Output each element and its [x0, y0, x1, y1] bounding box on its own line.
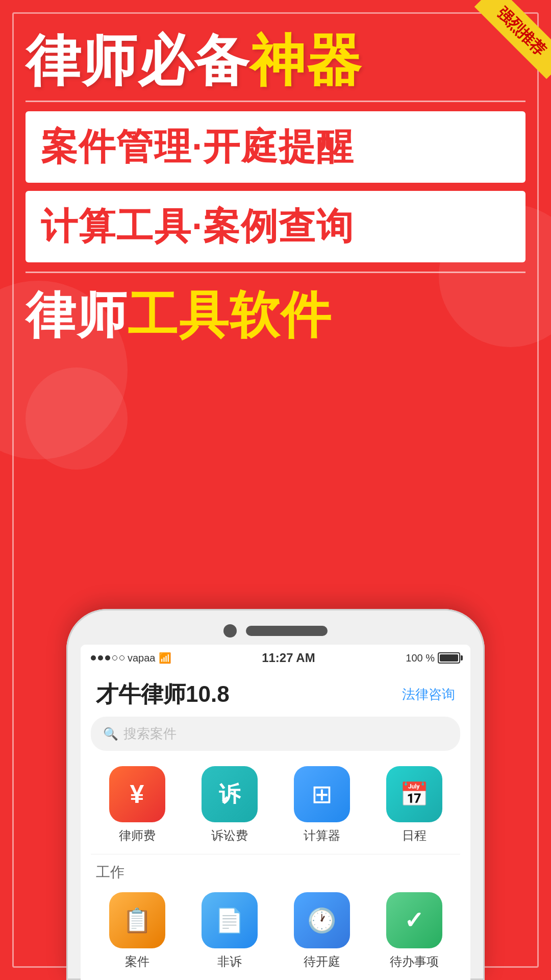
bg-circle-3 — [26, 368, 128, 470]
corner-badge-text: 强烈推荐 — [474, 0, 551, 79]
banner-1: 案件管理·开庭提醒 — [26, 111, 525, 183]
signal-dot-3 — [105, 655, 110, 660]
icon-item-todo[interactable]: ✓ 待办事项 — [386, 892, 442, 970]
search-icon: 🔍 — [103, 727, 118, 741]
phone-screen: vapaa 📶 11:27 AM 100 % 才牛律师10.8 法律咨询 🔍 — [81, 645, 470, 980]
headline-second-part2: 工具软件 — [128, 287, 332, 343]
divider-2 — [26, 272, 525, 273]
headline-main-part2: 神器 — [250, 30, 362, 91]
icon-box-non-litigation: 📄 — [202, 892, 258, 948]
status-bar-right: 100 % — [406, 652, 460, 664]
battery-percent: 100 % — [406, 652, 435, 664]
banner-1-text: 案件管理·开庭提醒 — [41, 122, 510, 172]
litigation-fee-label: 诉讼费 — [211, 827, 248, 844]
icon-item-lawyer-fee[interactable]: ¥ 律师费 — [109, 766, 165, 844]
pending-hearing-icon: 🕐 — [307, 906, 336, 934]
todo-label: 待办事项 — [390, 953, 439, 970]
headline-main: 律师必备神器 — [26, 31, 525, 91]
non-litigation-icon: 📄 — [215, 906, 244, 934]
icon-item-pending-hearing[interactable]: 🕐 待开庭 — [294, 892, 350, 970]
phone-mockup: vapaa 📶 11:27 AM 100 % 才牛律师10.8 法律咨询 🔍 — [66, 609, 485, 980]
todo-icon: ✓ — [404, 906, 424, 934]
icon-box-lawyer-fee: ¥ — [109, 766, 165, 822]
headline-second: 律师工具软件 — [26, 282, 525, 350]
search-placeholder-text: 搜索案件 — [123, 725, 177, 743]
schedule-label: 日程 — [402, 827, 427, 844]
icon-box-schedule: 📅 — [386, 766, 442, 822]
app-header: 才牛律师10.8 法律咨询 — [81, 669, 470, 717]
section-title: 工作 — [81, 854, 470, 887]
calculator-icon: ⊞ — [311, 779, 333, 809]
app-link[interactable]: 法律咨询 — [402, 685, 455, 703]
corner-badge: 强烈推荐 — [459, 0, 551, 92]
pending-hearing-label: 待开庭 — [304, 953, 340, 970]
icon-item-litigation-fee[interactable]: 诉 诉讼费 — [202, 766, 258, 844]
phone-top-elements — [81, 624, 470, 638]
carrier-label: vapaa — [128, 652, 156, 664]
work-icons-grid: 📋 案件 📄 非诉 🕐 待开庭 — [81, 887, 470, 980]
signal-dots — [91, 655, 124, 660]
headline-main-part1: 律师必备 — [26, 30, 250, 91]
icon-item-calculator[interactable]: ⊞ 计算器 — [294, 766, 350, 844]
icon-box-pending-hearing: 🕐 — [294, 892, 350, 948]
status-bar: vapaa 📶 11:27 AM 100 % — [81, 645, 470, 669]
app-title: 才牛律师10.8 — [96, 679, 230, 709]
banner-2-text: 计算工具·案例查询 — [41, 202, 510, 251]
case-icon: 📋 — [122, 906, 152, 934]
icon-box-todo: ✓ — [386, 892, 442, 948]
non-litigation-label: 非诉 — [217, 953, 242, 970]
banner-2: 计算工具·案例查询 — [26, 191, 525, 262]
icon-item-schedule[interactable]: 📅 日程 — [386, 766, 442, 844]
icon-box-litigation-fee: 诉 — [202, 766, 258, 822]
signal-dot-4 — [112, 655, 117, 660]
divider-1 — [26, 101, 525, 102]
status-bar-left: vapaa 📶 — [91, 652, 171, 664]
case-label: 案件 — [125, 953, 149, 970]
litigation-fee-icon: 诉 — [219, 780, 240, 808]
phone-speaker — [246, 626, 328, 636]
headline-second-part1: 律师 — [26, 287, 128, 343]
signal-dot-2 — [98, 655, 103, 660]
battery-fill — [440, 654, 458, 662]
icon-item-case[interactable]: 📋 案件 — [109, 892, 165, 970]
phone-outer-shell: vapaa 📶 11:27 AM 100 % 才牛律师10.8 法律咨询 🔍 — [66, 609, 485, 980]
phone-camera — [223, 624, 237, 638]
status-time: 11:27 AM — [262, 651, 315, 665]
signal-dot-1 — [91, 655, 96, 660]
icon-item-non-litigation[interactable]: 📄 非诉 — [202, 892, 258, 970]
lawyer-fee-label: 律师费 — [119, 827, 156, 844]
icon-box-calculator: ⊞ — [294, 766, 350, 822]
battery-icon — [438, 652, 460, 664]
lawyer-fee-icon: ¥ — [130, 779, 144, 809]
wifi-icon: 📶 — [159, 652, 171, 664]
signal-dot-5 — [119, 655, 124, 660]
calculator-label: 计算器 — [304, 827, 340, 844]
tool-icons-grid: ¥ 律师费 诉 诉讼费 ⊞ 计算器 — [81, 761, 470, 854]
search-bar[interactable]: 🔍 搜索案件 — [91, 717, 460, 751]
icon-box-case: 📋 — [109, 892, 165, 948]
schedule-icon: 📅 — [399, 780, 429, 808]
